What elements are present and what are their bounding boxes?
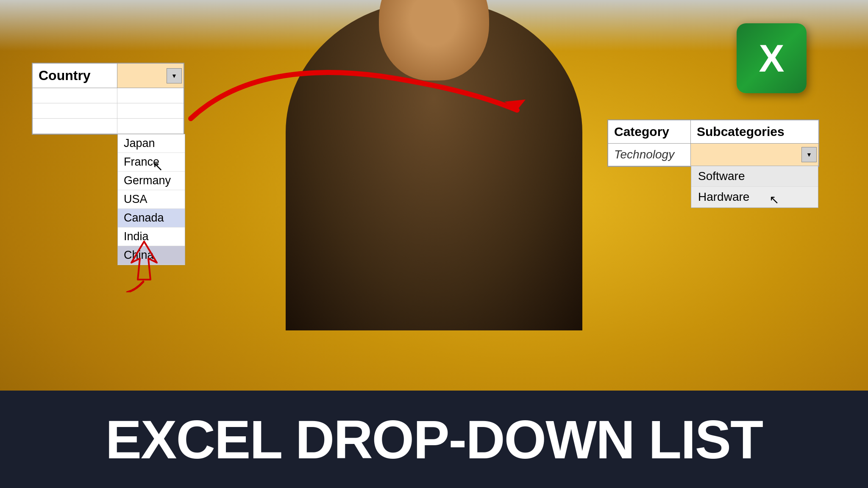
subcategory-dropdown-list: Software Hardware [691, 166, 818, 208]
dropdown-item-china[interactable]: China [118, 246, 185, 265]
title-text: EXCEL DROP-DOWN LIST [106, 408, 763, 471]
title-bar: EXCEL DROP-DOWN LIST [0, 391, 868, 488]
table-header-row: Country ▼ [33, 64, 184, 88]
subcategory-dropdown-arrow[interactable]: ▼ [801, 147, 817, 162]
empty-cell-2r [117, 103, 184, 118]
empty-cell-3l [33, 119, 117, 133]
person-area [243, 0, 625, 330]
dropdown-item-germany[interactable]: Germany [118, 172, 185, 190]
dropdown-item-canada[interactable]: Canada [118, 209, 185, 227]
dropdown-item-france[interactable]: France [118, 153, 185, 172]
empty-row-3 [33, 119, 184, 134]
category-value: Technology [608, 144, 691, 166]
empty-cell-3r [117, 119, 184, 133]
subcategory-item-hardware[interactable]: Hardware [691, 187, 818, 208]
left-table: Country ▼ Japan France Germany USA Canad… [32, 63, 184, 135]
dropdown-item-japan[interactable]: Japan [118, 134, 185, 153]
empty-cell-1r [117, 88, 184, 103]
dropdown-item-usa[interactable]: USA [118, 190, 185, 209]
excel-icon-background: X [737, 23, 807, 93]
excel-icon: X [737, 23, 807, 93]
empty-cell-2l [33, 103, 117, 118]
empty-row-1 [33, 88, 184, 103]
right-table-header: Category Subcategories [608, 120, 818, 144]
person-head [379, 0, 489, 80]
subcategory-item-software[interactable]: Software [691, 166, 818, 187]
category-header: Category [608, 120, 691, 143]
dropdown-item-india[interactable]: India [118, 227, 185, 246]
empty-row-2 [33, 103, 184, 119]
excel-x-letter: X [759, 39, 784, 78]
subcategories-header: Subcategories [691, 120, 818, 143]
country-input-cell[interactable]: ▼ [117, 64, 184, 88]
country-dropdown-list: Japan France Germany USA Canada India Ch… [117, 134, 185, 265]
country-label: Country [33, 64, 117, 88]
empty-cell-1l [33, 88, 117, 103]
table-empty-rows [33, 88, 184, 134]
subcategory-input-cell[interactable]: ▼ [691, 144, 818, 166]
right-table-data-row: Technology ▼ Software Hardware [608, 144, 818, 166]
right-table: Category Subcategories Technology ▼ Soft… [607, 119, 819, 167]
country-dropdown-arrow[interactable]: ▼ [167, 68, 182, 83]
person-body [286, 0, 582, 330]
